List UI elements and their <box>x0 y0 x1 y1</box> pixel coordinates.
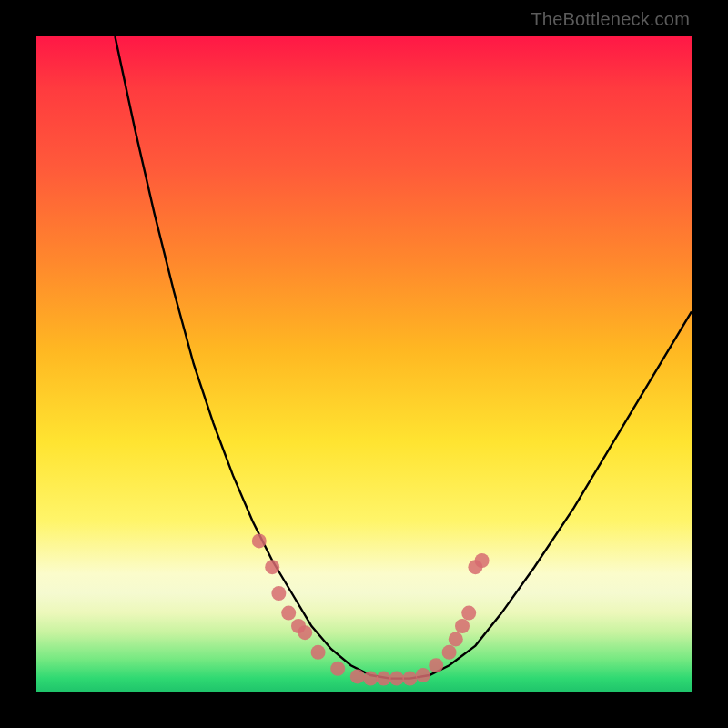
bottleneck-curve <box>115 36 692 679</box>
scatter-dot <box>416 668 430 682</box>
scatter-dot <box>377 672 391 686</box>
chart-frame: TheBottleneck.com <box>0 0 728 728</box>
scatter-dot <box>461 606 476 621</box>
scatter-dot <box>252 533 267 548</box>
scatter-dot <box>449 632 463 646</box>
plot-area <box>36 36 692 692</box>
scatter-dot <box>271 586 286 601</box>
scatter-dot <box>402 672 417 686</box>
scatter-dot <box>442 645 457 660</box>
scatter-dot <box>389 672 404 686</box>
scatter-dot <box>363 672 378 686</box>
scatter-dot <box>330 662 345 676</box>
attribution-label: TheBottleneck.com <box>531 9 690 30</box>
scatter-dot <box>455 619 470 633</box>
scatter-dot <box>265 560 279 574</box>
scatter-dot <box>475 553 490 568</box>
scatter-dot <box>281 606 296 621</box>
scatter-dot <box>429 658 443 672</box>
scatter-dot <box>311 645 326 660</box>
curve-layer <box>36 36 692 692</box>
scatter-dot <box>298 625 312 640</box>
scatter-dot <box>350 669 365 683</box>
